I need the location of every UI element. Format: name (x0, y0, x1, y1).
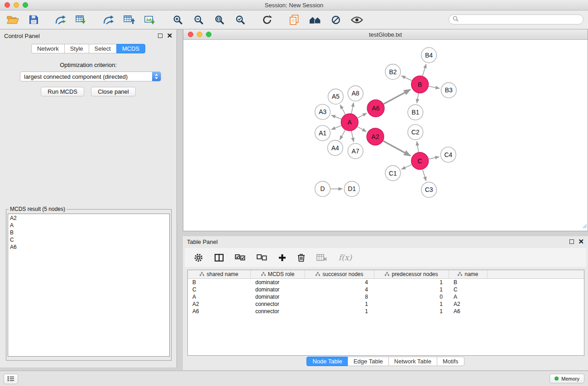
column-header-shared-name[interactable]: shared name (188, 270, 251, 278)
float-table-panel-icon[interactable] (569, 239, 574, 244)
tab-network-table[interactable]: Network Table (388, 357, 437, 366)
result-item[interactable]: A2 (10, 214, 167, 222)
node-A8[interactable]: A8 (348, 86, 363, 101)
result-item[interactable]: A (10, 222, 167, 229)
network-window-titlebar[interactable]: testGlobe.txt (183, 29, 588, 40)
export-image-icon[interactable] (143, 13, 158, 27)
node-C2[interactable]: C2 (408, 124, 423, 140)
result-item[interactable]: B (10, 229, 167, 236)
node-A3[interactable]: A3 (315, 104, 330, 119)
edge-C-C4[interactable] (429, 157, 439, 159)
tab-mcds[interactable]: MCDS (116, 44, 145, 53)
edge-B-B4[interactable] (423, 64, 426, 76)
column-header-mcds-role[interactable]: MCDS role (251, 270, 305, 278)
network-close-icon[interactable] (188, 32, 193, 37)
edge-A-A6[interactable] (358, 113, 367, 118)
node-D[interactable]: D (315, 181, 330, 197)
node-A2[interactable]: A2 (367, 128, 384, 145)
edge-C-C3[interactable] (423, 170, 426, 181)
import-network-icon[interactable] (53, 13, 68, 27)
edge-B-B2[interactable] (402, 76, 412, 81)
table-row[interactable]: A6connector11A6 (188, 308, 584, 315)
network-canvas[interactable]: B4B2BB3A5A8A6B1A3AC2A1A2A4A7C4CC1C3DD1 (183, 40, 588, 231)
edge-B-B3[interactable] (429, 86, 440, 89)
zoom-window-icon[interactable] (23, 2, 28, 8)
edge-A-A3[interactable] (331, 115, 341, 119)
network-minimize-icon[interactable] (197, 32, 202, 37)
refresh-icon[interactable] (260, 13, 274, 27)
network-canvas-area[interactable]: B4B2BB3A5A8A6B1A3AC2A1A2A4A7C4CC1C3DD1 (183, 40, 588, 231)
node-A6[interactable]: A6 (367, 100, 384, 117)
delete-columns-icon[interactable] (316, 254, 327, 262)
network-zoom-icon[interactable] (206, 32, 211, 37)
node-C4[interactable]: C4 (440, 147, 456, 162)
table-row[interactable]: Adominator80A (188, 293, 584, 300)
delete-icon[interactable] (297, 253, 305, 262)
tab-node-table[interactable]: Node Table (306, 357, 348, 366)
tab-style[interactable]: Style (64, 44, 89, 53)
export-network-icon[interactable] (101, 13, 116, 27)
edge-A-A4[interactable] (340, 130, 345, 139)
resize-corner-icon[interactable] (583, 222, 587, 230)
edge-A2-C[interactable] (383, 141, 411, 156)
settings-gear-icon[interactable] (194, 253, 203, 262)
result-item[interactable]: C (10, 236, 167, 243)
graphics-details-icon[interactable] (329, 13, 343, 27)
edge-A-A1[interactable] (331, 126, 341, 130)
edge-C-C2[interactable] (417, 142, 419, 152)
search-input[interactable] (461, 16, 579, 23)
node-A1[interactable]: A1 (315, 125, 330, 141)
tab-select[interactable]: Select (89, 44, 117, 53)
table-row[interactable]: A2connector11A2 (188, 300, 584, 308)
edge-A-A2[interactable] (358, 127, 366, 132)
export-table-icon[interactable] (122, 13, 137, 27)
node-B3[interactable]: B3 (441, 83, 456, 98)
criterion-select[interactable]: largest connected component (directed) (20, 71, 161, 81)
function-builder-icon[interactable]: f(x) (339, 253, 352, 262)
zoom-fit-icon[interactable] (212, 13, 226, 27)
tab-network[interactable]: Network (31, 44, 65, 53)
float-panel-icon[interactable] (158, 33, 163, 38)
node-D1[interactable]: D1 (344, 181, 359, 197)
close-panel-icon[interactable]: ✕ (167, 33, 172, 38)
node-B1[interactable]: B1 (408, 105, 423, 120)
save-icon[interactable] (26, 13, 41, 27)
split-columns-icon[interactable] (215, 254, 224, 262)
node-C1[interactable]: C1 (385, 166, 401, 181)
task-history-button[interactable] (4, 374, 18, 384)
close-table-panel-icon[interactable]: ✕ (578, 239, 584, 244)
result-item[interactable]: A6 (10, 243, 167, 251)
edge-A-A7[interactable] (351, 131, 354, 142)
tab-edge-table[interactable]: Edge Table (348, 357, 389, 366)
zoom-selected-icon[interactable] (233, 13, 247, 27)
column-header-name[interactable]: name (449, 270, 488, 278)
minimize-window-icon[interactable] (14, 2, 19, 8)
edge-C-C1[interactable] (402, 165, 411, 169)
memory-button[interactable]: Memory (550, 374, 584, 383)
home-view-icon[interactable] (308, 13, 322, 27)
eye-icon[interactable] (349, 13, 364, 27)
node-A[interactable]: A (341, 114, 358, 131)
node-B2[interactable]: B2 (385, 64, 401, 80)
deselect-all-icon[interactable] (257, 254, 267, 261)
open-folder-icon[interactable] (5, 13, 20, 27)
import-table-icon[interactable] (74, 13, 89, 27)
node-C[interactable]: C (411, 152, 429, 170)
node-A7[interactable]: A7 (348, 143, 363, 159)
tab-motifs[interactable]: Motifs (437, 357, 464, 366)
run-mcds-button[interactable]: Run MCDS (41, 87, 84, 96)
edge-A6-B[interactable] (384, 90, 411, 104)
node-B[interactable]: B (411, 76, 429, 93)
edge-A-A8[interactable] (351, 103, 354, 114)
column-header-predecessor-nodes[interactable]: predecessor nodes (374, 270, 449, 278)
close-panel-button[interactable]: Close panel (91, 87, 136, 96)
table-row[interactable]: Cdominator41C (188, 286, 584, 293)
mcds-result-list[interactable]: A2ABCA6 (8, 214, 170, 357)
copy-snapshot-icon[interactable] (287, 13, 301, 27)
zoom-out-icon[interactable] (191, 13, 206, 27)
column-header-successor-nodes[interactable]: successor nodes (305, 270, 374, 278)
node-A5[interactable]: A5 (328, 89, 344, 104)
edge-A-A5[interactable] (340, 105, 345, 114)
node-C3[interactable]: C3 (421, 182, 437, 198)
table-row[interactable]: Bdominator41B (188, 279, 584, 286)
